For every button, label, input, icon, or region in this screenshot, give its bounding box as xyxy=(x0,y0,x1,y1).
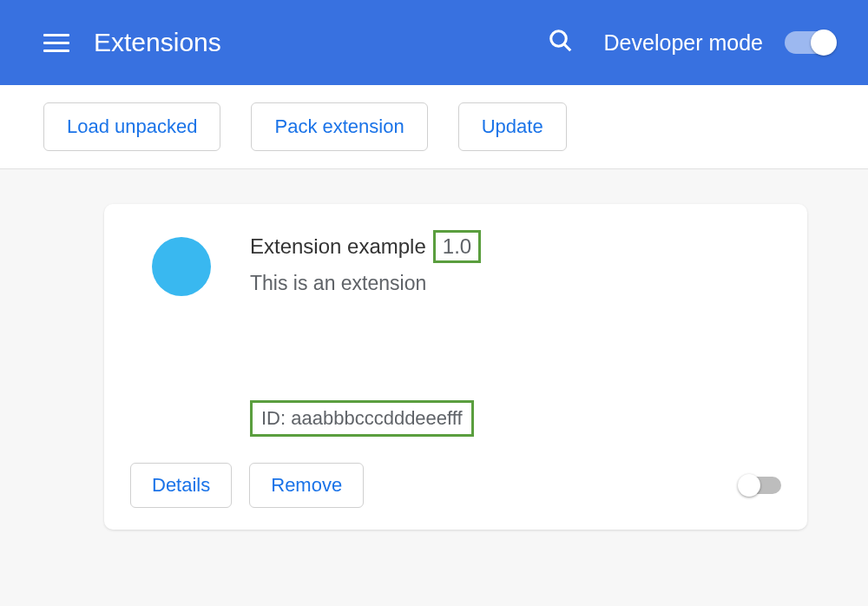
extension-icon xyxy=(152,237,211,296)
developer-mode-toggle[interactable] xyxy=(785,31,833,54)
extension-id: ID: aaabbbcccdddeeefff xyxy=(250,400,474,437)
load-unpacked-button[interactable]: Load unpacked xyxy=(43,102,220,151)
extension-id-row: ID: aaabbbcccdddeeefff xyxy=(250,400,781,437)
developer-mode-label: Developer mode xyxy=(604,30,763,56)
search-icon[interactable] xyxy=(548,28,574,57)
card-actions: Details Remove xyxy=(130,463,781,508)
extension-enable-toggle[interactable] xyxy=(740,477,781,494)
card-header: Extension example 1.0 This is an extensi… xyxy=(130,230,781,296)
extension-name: Extension example xyxy=(250,234,426,259)
page-title: Extensions xyxy=(94,28,548,57)
extension-title-row: Extension example 1.0 xyxy=(250,230,781,263)
toggle-knob xyxy=(738,474,760,497)
id-label: ID: xyxy=(261,407,286,429)
id-value: aaabbbcccdddeeefff xyxy=(291,407,462,429)
svg-line-1 xyxy=(563,44,570,51)
app-header: Extensions Developer mode xyxy=(0,0,868,85)
extension-info: Extension example 1.0 This is an extensi… xyxy=(250,230,781,295)
menu-icon[interactable] xyxy=(43,34,69,52)
extension-version: 1.0 xyxy=(433,230,481,263)
extension-description: This is an extension xyxy=(250,272,781,295)
update-button[interactable]: Update xyxy=(458,102,567,151)
remove-button[interactable]: Remove xyxy=(249,463,364,508)
details-button[interactable]: Details xyxy=(130,463,232,508)
svg-point-0 xyxy=(550,31,566,47)
extension-card: Extension example 1.0 This is an extensi… xyxy=(104,204,807,530)
developer-toolbar: Load unpacked Pack extension Update xyxy=(0,85,868,169)
toggle-knob xyxy=(811,30,837,56)
pack-extension-button[interactable]: Pack extension xyxy=(251,102,427,151)
extensions-list: Extension example 1.0 This is an extensi… xyxy=(0,169,868,606)
